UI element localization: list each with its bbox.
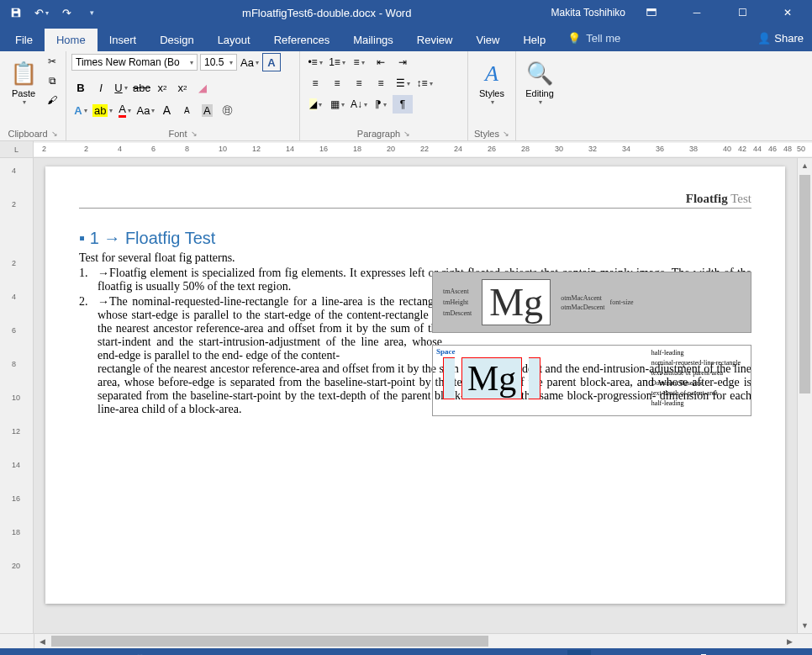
font-family-combo[interactable]: Times New Roman (Bo▾: [71, 54, 198, 71]
status-bar: Page 1 of 1 156 words 📖 English (United …: [0, 648, 812, 655]
font-color-button[interactable]: A▾: [115, 101, 134, 119]
print-layout-button[interactable]: ≣: [567, 650, 591, 655]
tab-home[interactable]: Home: [45, 29, 98, 51]
tell-me-search[interactable]: 💡 Tell me: [557, 25, 630, 51]
bullets-button[interactable]: •≡▾: [305, 53, 325, 71]
tab-design[interactable]: Design: [148, 29, 205, 51]
scroll-left-button[interactable]: ◀: [34, 634, 50, 649]
tab-help[interactable]: Help: [511, 29, 557, 51]
eraser-button[interactable]: ◢: [193, 78, 212, 97]
tab-references[interactable]: References: [262, 29, 341, 51]
tab-selector[interactable]: L: [0, 141, 34, 158]
paste-button[interactable]: 📋 Paste ▾: [5, 53, 42, 114]
scissors-icon: ✂: [48, 55, 56, 67]
tab-view[interactable]: View: [464, 29, 511, 51]
subscript-button[interactable]: x2: [153, 78, 171, 97]
intro-text: Test for several float fig patterns.: [79, 251, 751, 265]
tab-review[interactable]: Review: [405, 29, 465, 51]
ribbon-tabs: File Home Insert Design Layout Reference…: [0, 25, 812, 51]
scroll-down-button[interactable]: ▼: [798, 618, 812, 633]
scroll-right-button[interactable]: ▶: [782, 634, 797, 649]
ribbon: 📋 Paste ▾ ✂ ⧉ 🖌 Clipboard ↘ Times New Ro…: [0, 51, 812, 141]
qat-customize[interactable]: ▾: [81, 3, 103, 23]
font-launcher[interactable]: ↘: [191, 129, 198, 138]
numbering-button[interactable]: 1≡▾: [327, 53, 347, 71]
grow-font-button[interactable]: A: [157, 101, 176, 119]
justify-button[interactable]: ≡: [371, 74, 391, 92]
vertical-ruler[interactable]: 42 246 81012 141618 20: [0, 158, 34, 633]
change-case-button[interactable]: Aa▾: [240, 53, 260, 71]
font-size-combo[interactable]: 10.5▾: [200, 54, 237, 71]
char-shading-button[interactable]: Aa▾: [135, 101, 156, 119]
clipboard-icon: 📋: [10, 61, 37, 87]
cut-button[interactable]: ✂: [44, 53, 61, 70]
asian-layout-button[interactable]: ⁋▾: [371, 95, 391, 114]
distributed-button[interactable]: ☰▾: [393, 74, 413, 92]
group-editing: 🔍 Editing▾: [516, 51, 563, 140]
redo-button[interactable]: ↷: [55, 3, 77, 23]
enclose-char-button[interactable]: ㊐: [218, 101, 236, 119]
scroll-thumb[interactable]: [799, 175, 810, 394]
shading-button[interactable]: ◢▾: [305, 95, 325, 114]
underline-button[interactable]: U▾: [112, 78, 130, 97]
vertical-scrollbar[interactable]: ▲ ▼: [797, 158, 812, 633]
horizontal-scrollbar-row: ◀ ▶: [0, 633, 812, 648]
paragraph-launcher[interactable]: ↘: [403, 129, 410, 138]
share-button[interactable]: 👤 Share: [749, 25, 812, 51]
strikethrough-button[interactable]: abc: [132, 78, 151, 97]
brush-icon: 🖌: [47, 94, 57, 106]
tab-file[interactable]: File: [3, 29, 45, 51]
phonetic-guide-button[interactable]: A: [198, 101, 216, 119]
copy-button[interactable]: ⧉: [44, 72, 61, 89]
figure-metrics-2: Space Mg half-leading nominal-requested-…: [432, 345, 751, 416]
web-layout-button[interactable]: ▤: [604, 650, 628, 655]
undo-button[interactable]: ↶▾: [30, 3, 52, 23]
highlight-button[interactable]: ab▾: [92, 101, 113, 119]
save-button[interactable]: [5, 3, 27, 23]
styles-button[interactable]: A Styles▾: [473, 53, 510, 114]
bold-button[interactable]: B: [71, 78, 90, 97]
decrease-indent-button[interactable]: ⇤: [371, 53, 391, 71]
tab-insert[interactable]: Insert: [98, 29, 149, 51]
heading-1: ▪ 1 → Floatfig Test: [79, 229, 751, 248]
document-area[interactable]: Floatfig Test ▪ 1 → Floatfig Test Test f…: [34, 158, 797, 633]
text-effects-button[interactable]: A▾: [71, 101, 90, 119]
format-painter-button[interactable]: 🖌: [44, 92, 61, 108]
close-button[interactable]: ✕: [768, 0, 807, 25]
styles-icon: A: [485, 61, 498, 87]
italic-button[interactable]: I: [92, 78, 110, 97]
shrink-font-button[interactable]: A: [177, 101, 196, 119]
scroll-up-button[interactable]: ▲: [798, 158, 812, 173]
minimize-button[interactable]: ─: [678, 0, 716, 25]
align-left-button[interactable]: ≡: [305, 74, 325, 92]
horizontal-scrollbar[interactable]: ◀ ▶: [34, 634, 797, 648]
multilevel-button[interactable]: ≡▾: [349, 53, 369, 71]
quick-access-toolbar: ↶▾ ↷ ▾: [5, 3, 103, 23]
line-spacing-button[interactable]: ↕≡▾: [414, 74, 435, 92]
figure-metrics-1: tmAscent tmHeight tmDescent Mg otmMacAsc…: [432, 272, 751, 333]
clear-formatting-button[interactable]: A: [262, 53, 281, 71]
search-icon: 🔍: [526, 61, 553, 87]
editing-button[interactable]: 🔍 Editing▾: [521, 53, 558, 114]
ruler-ticks: 2246 8101214 16182022 24262830 32343638 …: [34, 143, 812, 156]
show-marks-button[interactable]: ¶: [393, 95, 413, 114]
ribbon-display-options[interactable]: [632, 0, 671, 25]
align-center-button[interactable]: ≡: [327, 74, 347, 92]
clipboard-launcher[interactable]: ↘: [51, 129, 58, 138]
user-name: Makita Toshihiko: [551, 7, 626, 18]
align-right-button[interactable]: ≡: [349, 74, 369, 92]
superscript-button[interactable]: x2: [173, 78, 192, 97]
page: Floatfig Test ▪ 1 → Floatfig Test Test f…: [45, 166, 785, 604]
hscroll-thumb[interactable]: [51, 636, 488, 647]
lightbulb-icon: 💡: [567, 32, 581, 45]
floatfig: tmAscent tmHeight tmDescent Mg otmMacAsc…: [432, 272, 751, 416]
borders-button[interactable]: ▦▾: [327, 95, 347, 114]
horizontal-ruler[interactable]: L 2246 8101214 16182022 24262830 3234363…: [0, 141, 812, 158]
sort-button[interactable]: A↓▾: [349, 95, 369, 114]
tab-mailings[interactable]: Mailings: [341, 29, 405, 51]
styles-launcher[interactable]: ↘: [503, 129, 509, 138]
increase-indent-button[interactable]: ⇥: [393, 53, 413, 71]
maximize-button[interactable]: ☐: [723, 0, 762, 25]
read-mode-button[interactable]: ▭: [530, 650, 554, 655]
tab-layout[interactable]: Layout: [206, 29, 262, 51]
